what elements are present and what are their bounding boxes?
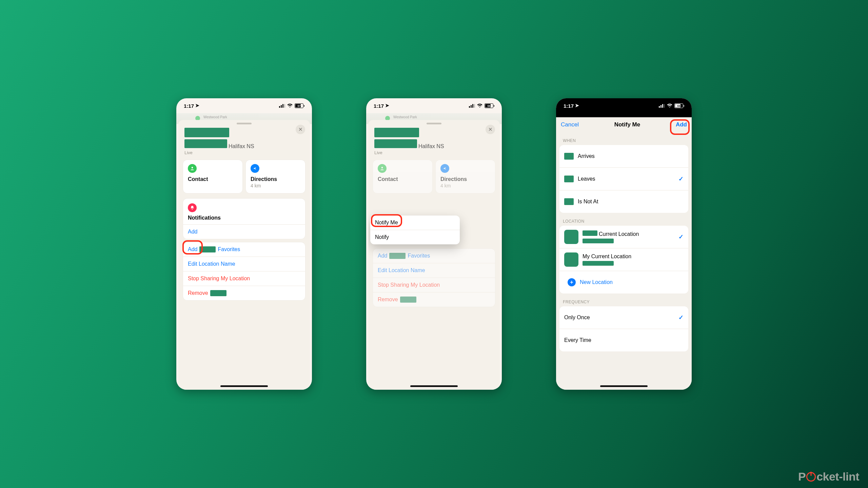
status-right: 67	[279, 103, 304, 108]
notifications-header: Notifications	[183, 199, 305, 224]
detail-sheet: ✕ Halifax NS Live Contact Directions 4 k…	[368, 120, 500, 390]
new-location-row[interactable]: + New Location	[559, 271, 688, 293]
when-leaves-row[interactable]: Leaves✓	[559, 167, 688, 190]
power-icon	[806, 472, 816, 482]
location-col: My Current Location	[583, 253, 631, 266]
status-bar: 1:17 ➤ 67	[176, 98, 312, 113]
place-text: Halifax NS	[229, 143, 254, 149]
redacted-inline	[389, 253, 406, 259]
edit-location-row[interactable]: Edit Location Name	[183, 257, 305, 271]
notify-me-row[interactable]: Notify Me	[370, 216, 460, 230]
location-col: Current Location	[583, 230, 639, 243]
stop-sharing-row[interactable]: Stop Sharing My Location	[373, 278, 495, 292]
add-label: Add	[188, 229, 197, 235]
distance-label: 4 km	[251, 183, 300, 188]
place-text: Halifax NS	[418, 143, 444, 149]
edit-location-row[interactable]: Edit Location Name	[373, 263, 495, 278]
add-favorites-row[interactable]: Add Favorites	[373, 249, 495, 263]
contact-header: Halifax NS Live	[181, 126, 307, 158]
stop-sharing-row[interactable]: Stop Sharing My Location	[183, 271, 305, 286]
cellular-icon	[469, 104, 475, 108]
contact-label: Contact	[378, 176, 428, 182]
wifi-icon	[477, 103, 482, 108]
directions-card[interactable]: Directions 4 km	[246, 160, 305, 193]
map-thumb	[564, 230, 578, 244]
battery-icon: 67	[295, 103, 304, 108]
add-fav-prefix: Add	[188, 246, 197, 252]
status-bar: 1:17 ➤ 66	[556, 98, 692, 113]
notify-contact-row[interactable]: Notify	[370, 230, 460, 244]
add-favorites-row[interactable]: Add Favorites	[183, 242, 305, 257]
contact-card[interactable]: Contact	[183, 160, 242, 193]
location-arrow-icon: ➤	[195, 103, 199, 108]
options-block: Add Favorites Edit Location Name Stop Sh…	[183, 242, 305, 300]
redacted-name	[184, 128, 229, 137]
status-right: 66	[469, 103, 494, 108]
close-button[interactable]: ✕	[296, 125, 305, 134]
frequency-section-label: FREQUENCY	[563, 300, 685, 304]
options-block: Add Favorites Edit Location Name Stop Sh…	[373, 249, 495, 307]
add-notification-row[interactable]: Add	[183, 224, 305, 239]
black-gap	[556, 113, 692, 117]
detail-sheet: ✕ Halifax NS Live Contact Directions 4 k…	[178, 120, 310, 390]
cellular-icon	[659, 104, 665, 108]
cellular-icon	[279, 104, 285, 108]
location-arrow-icon: ➤	[385, 103, 389, 108]
watermark-rest: cket-lint	[816, 470, 859, 483]
cancel-button[interactable]: Cancel	[561, 121, 579, 128]
every-time-row[interactable]: Every Time	[559, 329, 688, 351]
redacted-name-2	[374, 139, 417, 148]
person-icon	[378, 164, 387, 173]
when-list: Arrives Leaves✓ Is Not At	[559, 145, 688, 213]
wifi-icon	[287, 103, 293, 108]
contact-card[interactable]: Contact	[373, 160, 432, 193]
directions-card[interactable]: Directions 4 km	[436, 160, 495, 193]
home-indicator	[220, 385, 268, 387]
when-isnotat-row[interactable]: Is Not At	[559, 190, 688, 213]
my-location-row[interactable]: My Current Location	[559, 248, 688, 271]
redacted-swatch	[564, 153, 574, 160]
person-icon	[188, 164, 197, 173]
new-location-label: New Location	[580, 279, 613, 285]
when-section-label: WHEN	[563, 138, 685, 143]
directions-icon	[440, 164, 449, 173]
remove-row[interactable]: Remove	[373, 292, 495, 307]
phone-1: 1:17 ➤ 67 Westwood Park ✕ Halifax NS Liv…	[176, 98, 312, 390]
when-arrives-row[interactable]: Arrives	[559, 145, 688, 167]
sheet-grabber[interactable]	[427, 123, 441, 124]
location-section-label: LOCATION	[563, 219, 685, 224]
location-list: Current Location ✓ My Current Location +…	[559, 226, 688, 293]
redacted-swatch	[564, 176, 574, 182]
remove-prefix: Remove	[188, 290, 208, 296]
battery-icon: 66	[485, 103, 494, 108]
status-right: 66	[659, 103, 684, 108]
my-current-label: My Current Location	[583, 253, 631, 260]
add-button[interactable]: Add	[676, 121, 687, 128]
current-location-suffix: Current Location	[599, 231, 639, 237]
sheet-grabber[interactable]	[237, 123, 252, 124]
status-time: 1:17 ➤	[564, 103, 579, 109]
watermark: P cket-lint	[798, 470, 859, 483]
redacted-inline	[583, 230, 597, 236]
live-label: Live	[374, 150, 494, 155]
status-bar: 1:17 ➤ 66	[366, 98, 502, 113]
directions-icon	[251, 164, 259, 173]
checkmark-icon: ✓	[678, 175, 684, 183]
status-time: 1:17 ➤	[184, 103, 199, 109]
only-once-row[interactable]: Only Once✓	[559, 306, 688, 329]
time-text: 1:17	[564, 103, 574, 109]
their-location-row[interactable]: Current Location ✓	[559, 226, 688, 248]
directions-label: Directions	[251, 176, 300, 182]
wifi-icon	[667, 103, 672, 108]
remove-row[interactable]: Remove	[183, 286, 305, 300]
modal-sheet: Cancel Notify Me Add WHEN Arrives Leaves…	[556, 117, 692, 390]
time-text: 1:17	[374, 103, 384, 109]
plus-icon: +	[568, 278, 576, 286]
close-button[interactable]: ✕	[486, 125, 495, 134]
stage: 1:17 ➤ 67 Westwood Park ✕ Halifax NS Liv…	[0, 0, 868, 488]
watermark-p: P	[798, 470, 806, 483]
redacted-address	[583, 239, 614, 243]
action-cards: Contact Directions 4 km	[181, 158, 307, 195]
redacted-name-2	[184, 139, 227, 148]
frequency-list: Only Once✓ Every Time	[559, 306, 688, 351]
